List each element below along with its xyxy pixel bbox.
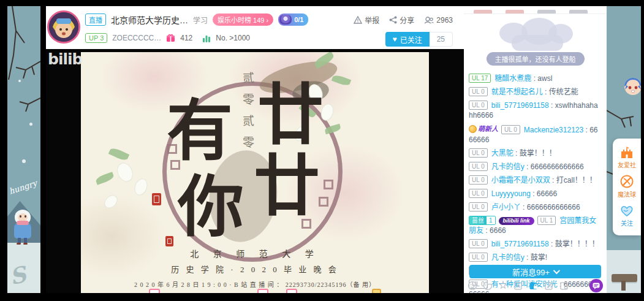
hour-rank-badge[interactable]: 娱乐小时榜 149 ›	[213, 13, 273, 26]
chat-text: 鼓掌！！！！	[555, 240, 599, 248]
tab-stub[interactable]	[506, 10, 524, 13]
anime-face-avatar[interactable]	[624, 77, 641, 96]
heart-icon	[620, 205, 634, 217]
leaf	[95, 172, 115, 185]
streamer-avatar[interactable]	[47, 10, 80, 44]
poster-schedule-line: 2 0 2 0 年 6 月 2 8 日 1 9 : 0 0 · B 站 直 播 …	[81, 280, 429, 289]
rail-item-follow[interactable]: 关注	[620, 205, 634, 227]
coin-icon	[469, 125, 477, 133]
chat-username[interactable]: 凡卡的信y	[491, 162, 525, 171]
calligraphy-char: 廿	[257, 83, 324, 149]
gift-tray-stub	[286, 289, 297, 293]
poster-school-line: 北 京 师 范 大 学	[81, 247, 429, 259]
chat-separator: :	[549, 101, 555, 110]
warning-icon	[354, 16, 362, 24]
up-rank-badge: UP 3	[85, 33, 107, 43]
stream-poster: 贰零贰零 廿 廿 有 你 北 京 师 范 大 学 历 史 学 院 · 2 0 2…	[81, 52, 429, 293]
calligraphy-char: 廿	[254, 154, 320, 220]
chat-settings-icon[interactable]	[559, 281, 569, 291]
share-button[interactable]: 分享	[389, 15, 414, 25]
chat-username[interactable]: 大黑鸵	[491, 149, 513, 158]
bilibili-link-badge: bilibili link	[499, 217, 534, 225]
chat-text: 鼓掌!	[531, 253, 547, 262]
illustration-boat	[512, 35, 563, 51]
left-background-scene: hungry S	[7, 6, 40, 293]
chat-text: 鼓掌！！！	[520, 149, 556, 158]
tab-stub[interactable]	[537, 10, 556, 13]
clear-chat-icon[interactable]	[513, 281, 523, 291]
gift-icon	[166, 34, 175, 42]
palette-icon[interactable]	[483, 281, 493, 291]
lattice-square	[319, 197, 328, 207]
side-feature-rail: 友爱社 魔法球 关注	[613, 139, 641, 235]
emoticon-icon[interactable]	[468, 281, 477, 291]
category-link[interactable]: 学习	[193, 15, 208, 25]
bilibili-watermark: bilib	[48, 50, 83, 68]
user-level-badge: UL 0	[469, 87, 488, 96]
chat-separator: :	[525, 162, 531, 171]
chat-message: UL 0凡卡的信y : 6666666666666	[469, 160, 602, 173]
rail-label: 魔法球	[618, 189, 636, 199]
chat-separator: :	[531, 189, 537, 198]
chat-text: 6666666666666	[531, 162, 584, 171]
heart-glyph-icon: ♥	[393, 35, 397, 44]
rail-item-magic-ball[interactable]: 魔法球	[618, 175, 636, 199]
chat-message: UL 0凡卡的信y : 鼓掌!	[469, 251, 602, 264]
red-seal-stamp	[152, 193, 161, 205]
chat-message: UL 0大黑鸵 : 鼓掌！！！	[469, 147, 602, 160]
chat-message: UL 0bili_57719691158 : xswlhhahahahh6666	[469, 99, 602, 122]
share-icon	[389, 16, 397, 24]
user-level-badge: UL 0	[469, 239, 488, 248]
chat-lock-icon[interactable]	[529, 281, 539, 291]
magic-ball-icon	[620, 175, 634, 188]
pk-score-badge[interactable]: 0/1	[278, 13, 308, 26]
chat-username[interactable]: Luyyyyoung	[491, 189, 531, 198]
stream-title: 北京师范大学历史…	[111, 13, 188, 26]
gift-tray-stub	[149, 289, 160, 293]
video-player[interactable]: bilib 贰零贰零 廿 廿 有 你	[46, 49, 464, 293]
report-button[interactable]: 举报	[354, 15, 379, 25]
rail-label: 友爱社	[618, 160, 636, 169]
fan-medal-badge: 苗丝1	[469, 216, 496, 225]
viewers-icon	[424, 17, 434, 24]
chat-username[interactable]: 卢小小丫	[491, 203, 521, 211]
snow-dot	[29, 123, 32, 126]
user-level-badge: UL 0	[469, 189, 488, 198]
tab-stub[interactable]	[569, 10, 588, 13]
user-level-badge: UL 0	[501, 125, 520, 134]
chat-message-list: UL 17糖醋水煮鹿 : awslUL 0就是不想起名儿 : 传统艺能UL 0b…	[464, 70, 607, 293]
live-badge: 直播	[85, 13, 106, 26]
followed-button[interactable]: ♥已关注	[385, 32, 430, 47]
chat-separator: :	[549, 240, 555, 248]
chevron-down-icon	[553, 267, 560, 274]
up-name[interactable]: ZOECCCCC…	[112, 34, 161, 42]
chat-username[interactable]: bili_57719691158	[491, 101, 549, 110]
magic-wand-icon[interactable]	[498, 281, 508, 291]
chat-username[interactable]: 糖醋水煮鹿	[494, 74, 531, 83]
gift-tray-stub	[257, 289, 268, 293]
chat-tabs-clipped[interactable]	[464, 6, 607, 14]
chat-separator: :	[483, 226, 490, 235]
user-level-badge: UL 0	[469, 101, 488, 110]
chat-username[interactable]: 就是不想起名儿	[491, 88, 543, 96]
chat-separator: :	[521, 203, 527, 211]
chat-edit-icon[interactable]	[544, 281, 554, 291]
chat-username[interactable]: bili_57719691158	[491, 240, 549, 248]
user-level-badge: UL 0	[469, 253, 488, 262]
chat-text: 6666666666666	[527, 203, 580, 211]
new-messages-button[interactable]: 新消息99+	[469, 265, 601, 278]
chat-username[interactable]: 小霜霜不是小双双	[491, 176, 550, 185]
calligraphy-char: 你	[178, 175, 244, 241]
chat-message: 萌新人UL 0Mackenzie312123 : 6666666	[469, 122, 602, 147]
castle-icon	[620, 147, 634, 159]
rail-item-friend-club[interactable]: 友爱社	[618, 147, 636, 169]
chat-text: 6666	[490, 226, 506, 235]
chat-username[interactable]: Mackenzie312123	[524, 126, 583, 134]
feedback-icon[interactable]	[589, 279, 603, 292]
chat-separator: :	[525, 253, 531, 262]
tab-stub[interactable]	[474, 10, 492, 13]
viewer-count: 2963	[424, 16, 453, 25]
chat-username[interactable]: 凡卡的信y	[491, 253, 525, 262]
gift-tray-stub-gold	[372, 289, 381, 293]
lattice-square	[324, 180, 333, 189]
